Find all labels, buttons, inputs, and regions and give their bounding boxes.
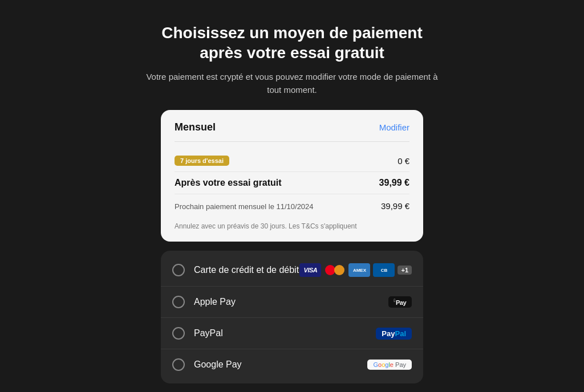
page-header: Choisissez un moyen de paiement après vo… (144, 23, 440, 96)
cb-icon: CB (373, 263, 395, 277)
payment-methods-card: Carte de crédit et de débit VISA AMEX CB… (161, 251, 423, 383)
plus-badge: +1 (398, 266, 412, 275)
credit-card-icons: VISA AMEX CB +1 (299, 263, 412, 277)
after-trial-row: Après votre essai gratuit 39,99 € (175, 172, 409, 194)
google-pay-label: Google Pay (194, 360, 367, 370)
next-payment-price: 39,99 € (381, 201, 409, 211)
google-pay-icons: Google Pay (367, 360, 412, 370)
amex-icon: AMEX (348, 263, 370, 277)
trial-badge: 7 jours d'essai (175, 156, 229, 166)
payment-option-paypal[interactable]: PayPal PayPal (161, 318, 423, 349)
credit-card-label: Carte de crédit et de débit (194, 265, 299, 275)
google-pay-badge: Google Pay (367, 360, 412, 370)
radio-credit-card[interactable] (172, 264, 185, 276)
plan-label: Mensuel (175, 121, 216, 133)
apple-pay-icons: Pay (388, 296, 412, 308)
apple-pay-label: Apple Pay (194, 297, 388, 307)
radio-paypal[interactable] (172, 327, 185, 340)
after-trial-label: Après votre essai gratuit (175, 178, 282, 188)
payment-option-credit-card[interactable]: Carte de crédit et de débit VISA AMEX CB… (161, 254, 423, 287)
after-trial-price: 39,99 € (379, 178, 409, 188)
trial-row: 7 jours d'essai 0 € (175, 150, 409, 172)
next-payment-row: Prochain paiement mensuel le 11/10/2024 … (175, 194, 409, 218)
card-header: Mensuel Modifier (175, 121, 409, 142)
card-notice: Annulez avec un préavis de 30 jours. Les… (175, 218, 409, 230)
page-subtitle: Votre paiement est crypté et vous pouvez… (144, 71, 440, 96)
modify-button[interactable]: Modifier (379, 122, 409, 132)
paypal-label: PayPal (194, 328, 376, 338)
apple-pay-badge: Pay (388, 296, 412, 308)
pricing-card: Mensuel Modifier 7 jours d'essai 0 € Apr… (161, 110, 423, 242)
trial-price: 0 € (398, 156, 409, 166)
payment-option-apple-pay[interactable]: Apple Pay Pay (161, 287, 423, 318)
radio-google-pay[interactable] (172, 358, 185, 371)
visa-icon: VISA (299, 263, 321, 277)
paypal-icons: PayPal (376, 328, 412, 340)
next-payment-label: Prochain paiement mensuel le 11/10/2024 (175, 200, 314, 212)
paypal-badge: PayPal (376, 328, 412, 340)
page-title: Choisissez un moyen de paiement après vo… (144, 23, 440, 63)
radio-apple-pay[interactable] (172, 296, 185, 308)
payment-option-google-pay[interactable]: Google Pay Google Pay (161, 349, 423, 380)
mastercard-icon (324, 263, 346, 277)
